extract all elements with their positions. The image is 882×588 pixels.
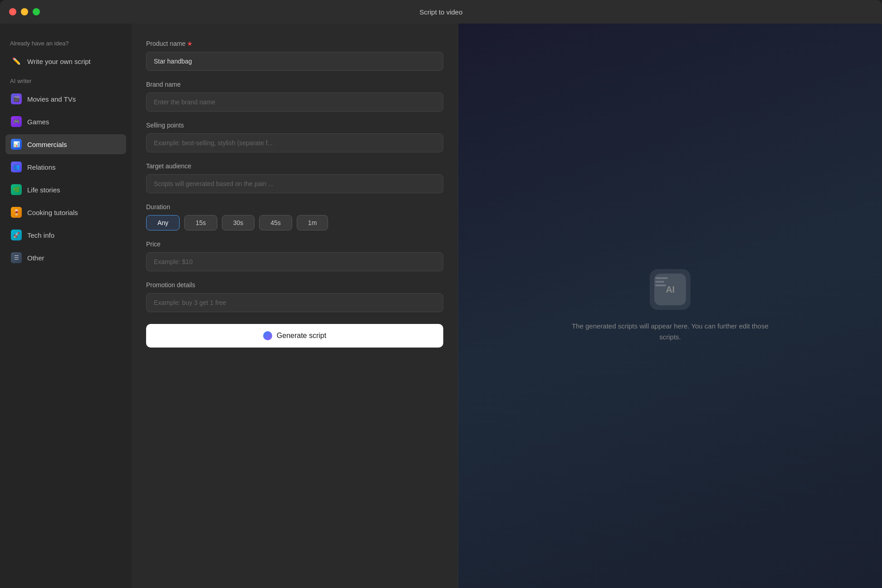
close-button[interactable]	[9, 8, 16, 15]
sidebar-item-relations-label: Relations	[27, 163, 56, 171]
pencil-icon: ✏️	[11, 56, 22, 67]
brand-name-label: Brand name	[146, 81, 443, 88]
promotion-input[interactable]	[146, 293, 443, 312]
life-icon: 🌿	[11, 184, 22, 195]
preview-line-1	[655, 277, 668, 279]
sidebar-item-other-label: Other	[27, 254, 44, 262]
selling-points-group: Selling points	[146, 122, 443, 152]
maximize-button[interactable]	[33, 8, 40, 15]
target-audience-label: Target audience	[146, 162, 443, 170]
sidebar: Already have an idea? ✏️ Write your own …	[0, 24, 132, 588]
duration-15s-button[interactable]: 15s	[184, 215, 217, 230]
other-icon: ☰	[11, 252, 22, 263]
preview-line-2	[655, 281, 664, 283]
main-layout: Already have an idea? ✏️ Write your own …	[0, 24, 882, 588]
game-icon: 🎮	[11, 116, 22, 127]
sidebar-item-commercials-label: Commercials	[27, 141, 67, 148]
product-name-group: Product name★	[146, 40, 443, 71]
minimize-button[interactable]	[21, 8, 28, 15]
sidebar-item-write-own[interactable]: ✏️ Write your own script	[5, 51, 126, 71]
sidebar-item-life-label: Life stories	[27, 186, 60, 194]
content-area: Product name★ Brand name Selling points …	[132, 24, 882, 588]
preview-lines	[655, 277, 668, 286]
relations-icon: 👥	[11, 162, 22, 172]
tech-icon: 🚀	[11, 230, 22, 240]
duration-any-button[interactable]: Any	[146, 215, 180, 230]
promotion-label: Promotion details	[146, 281, 443, 289]
sidebar-item-other[interactable]: ☰ Other	[5, 248, 126, 268]
required-star: ★	[187, 40, 193, 47]
form-panel: Product name★ Brand name Selling points …	[132, 24, 458, 588]
selling-points-label: Selling points	[146, 122, 443, 129]
product-name-input[interactable]	[146, 52, 443, 71]
window-title: Script to video	[419, 8, 462, 16]
sidebar-item-relations[interactable]: 👥 Relations	[5, 157, 126, 177]
preview-line-3	[655, 284, 666, 286]
target-audience-group: Target audience	[146, 162, 443, 193]
sidebar-item-write-own-label: Write your own script	[27, 58, 91, 65]
sidebar-section-idea: Already have an idea?	[5, 36, 126, 49]
sidebar-item-tech-label: Tech info	[27, 231, 54, 239]
generate-btn-label: Generate script	[277, 332, 326, 340]
duration-options: Any 15s 30s 45s 1m	[146, 215, 443, 230]
preview-panel: AI The generated scripts will appear her…	[458, 24, 882, 588]
brand-name-group: Brand name	[146, 81, 443, 112]
sidebar-item-games-label: Games	[27, 118, 49, 126]
window-controls	[9, 8, 40, 15]
sidebar-item-cooking[interactable]: 🍷 Cooking tutorials	[5, 202, 126, 222]
sidebar-item-cooking-label: Cooking tutorials	[27, 209, 78, 216]
duration-1m-button[interactable]: 1m	[297, 215, 328, 230]
sidebar-item-games[interactable]: 🎮 Games	[5, 112, 126, 132]
preview-message: The generated scripts will appear here. …	[570, 321, 770, 343]
cooking-icon: 🍷	[11, 207, 22, 218]
sidebar-item-movies-label: Movies and TVs	[27, 95, 76, 103]
duration-label: Duration	[146, 203, 443, 211]
sidebar-item-commercials[interactable]: 📊 Commercials	[5, 134, 126, 154]
price-input[interactable]	[146, 252, 443, 271]
generate-script-button[interactable]: Generate script	[146, 324, 443, 348]
title-bar: Script to video	[0, 0, 882, 24]
sidebar-item-movies[interactable]: 🎬 Movies and TVs	[5, 89, 126, 109]
ai-icon-container: AI	[650, 269, 691, 310]
sidebar-section-ai: AI writer	[5, 74, 126, 86]
commercial-icon: 📊	[11, 139, 22, 150]
promotion-group: Promotion details	[146, 281, 443, 312]
sidebar-item-life-stories[interactable]: 🌿 Life stories	[5, 180, 126, 200]
duration-group: Duration Any 15s 30s 45s 1m	[146, 203, 443, 230]
price-label: Price	[146, 240, 443, 248]
sidebar-item-tech[interactable]: 🚀 Tech info	[5, 225, 126, 245]
gem-icon	[263, 331, 272, 340]
target-audience-input[interactable]	[146, 174, 443, 193]
selling-points-input[interactable]	[146, 133, 443, 152]
price-group: Price	[146, 240, 443, 271]
product-name-label: Product name★	[146, 40, 443, 47]
duration-30s-button[interactable]: 30s	[222, 215, 255, 230]
duration-45s-button[interactable]: 45s	[259, 215, 292, 230]
film-icon: 🎬	[11, 93, 22, 104]
brand-name-input[interactable]	[146, 93, 443, 112]
